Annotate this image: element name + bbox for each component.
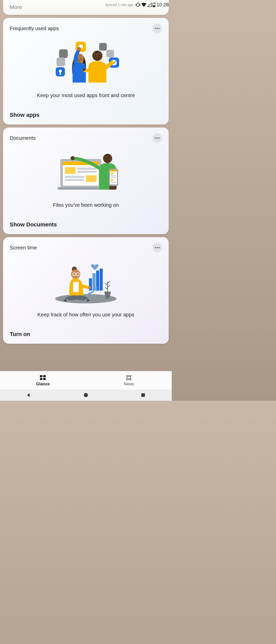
screen-time-card: Screen time — [3, 237, 169, 344]
svg-rect-35 — [65, 176, 84, 178]
svg-point-41 — [71, 156, 75, 160]
svg-rect-67 — [43, 378, 46, 380]
feed-scroll[interactable]: More Synced 1 min ago 10:28 Frequently u… — [0, 0, 172, 381]
svg-rect-23 — [77, 47, 81, 51]
turn-on-button[interactable]: Turn on — [10, 331, 162, 338]
svg-rect-34 — [77, 171, 97, 173]
glance-icon — [39, 375, 47, 381]
svg-rect-32 — [65, 167, 76, 174]
svg-point-22 — [81, 61, 83, 63]
system-nav-bar — [0, 389, 172, 401]
svg-rect-64 — [40, 375, 42, 377]
svg-rect-10 — [99, 43, 107, 51]
svg-rect-49 — [111, 179, 113, 181]
svg-rect-46 — [111, 172, 113, 175]
svg-point-20 — [80, 59, 81, 60]
svg-rect-37 — [86, 175, 97, 182]
svg-point-63 — [88, 286, 91, 289]
card-description: Files you've been working on — [10, 202, 162, 208]
screen-time-illustration — [10, 257, 162, 306]
svg-rect-47 — [111, 175, 116, 176]
news-icon — [125, 375, 132, 381]
sync-status-text: Synced 1 min ago — [105, 3, 133, 7]
card-description: Keep your most used apps front and centr… — [10, 93, 162, 98]
apps-illustration — [10, 38, 162, 86]
bottom-tabs: Glance News — [0, 371, 172, 389]
recent-button[interactable] — [140, 392, 146, 398]
svg-rect-65 — [43, 375, 46, 377]
svg-point-26 — [99, 55, 100, 56]
svg-rect-56 — [100, 269, 103, 291]
svg-rect-11 — [106, 50, 114, 57]
svg-point-39 — [106, 158, 107, 159]
show-documents-button[interactable]: Show Documents — [10, 221, 162, 228]
show-apps-button[interactable]: Show apps — [10, 112, 162, 118]
signal-icon — [147, 3, 152, 7]
svg-point-25 — [95, 55, 96, 56]
card-title: Frequently used apps — [10, 26, 59, 31]
svg-rect-50 — [111, 182, 116, 183]
tab-news[interactable]: News — [86, 371, 172, 389]
tab-label: News — [124, 382, 134, 386]
svg-rect-7 — [153, 5, 155, 7]
svg-point-69 — [84, 393, 88, 397]
card-description: Keep track of how often you use your app… — [10, 312, 162, 318]
card-menu-button[interactable] — [152, 243, 162, 252]
back-button[interactable] — [26, 392, 32, 398]
documents-illustration — [10, 147, 162, 196]
svg-point-40 — [109, 158, 110, 159]
status-bar: Synced 1 min ago 10:28 — [102, 0, 172, 10]
card-menu-button[interactable] — [152, 133, 162, 143]
svg-rect-45 — [110, 170, 117, 171]
svg-rect-36 — [65, 179, 84, 181]
tab-label: Glance — [36, 382, 50, 386]
svg-rect-66 — [40, 378, 42, 380]
card-title: Screen time — [10, 245, 37, 251]
svg-rect-9 — [56, 57, 65, 66]
svg-rect-48 — [111, 177, 116, 178]
card-title: Documents — [10, 135, 36, 141]
svg-rect-0 — [137, 3, 139, 7]
svg-rect-68 — [127, 377, 131, 379]
status-time: 10:28 — [156, 2, 169, 8]
home-button[interactable] — [83, 392, 89, 398]
svg-rect-8 — [59, 49, 68, 58]
card-menu-button[interactable] — [152, 24, 162, 33]
svg-rect-27 — [83, 68, 85, 71]
tab-glance[interactable]: Glance — [0, 371, 86, 389]
svg-rect-70 — [141, 393, 145, 397]
svg-rect-62 — [73, 282, 79, 292]
svg-rect-33 — [77, 168, 97, 170]
vibrate-icon — [135, 3, 141, 7]
frequently-used-apps-card: Frequently used apps — [3, 18, 169, 124]
battery-icon — [153, 3, 155, 7]
documents-card: Documents — [3, 128, 169, 234]
wifi-icon — [141, 3, 146, 7]
